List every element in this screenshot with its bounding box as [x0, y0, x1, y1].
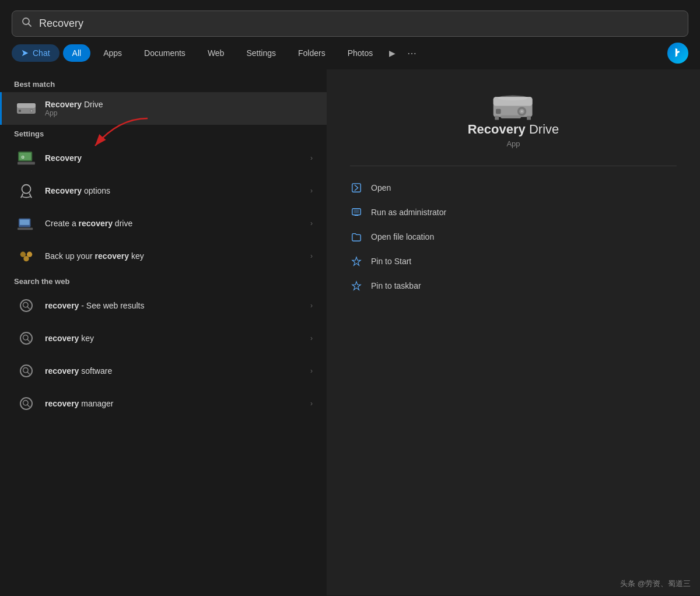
svg-line-1 — [29, 24, 32, 27]
tab-photos[interactable]: Photos — [338, 44, 383, 62]
tab-documents[interactable]: Documents — [135, 44, 195, 62]
web-recovery-key-title: recovery key — [45, 334, 302, 343]
action-file-location[interactable]: Open file location — [350, 225, 677, 249]
action-open-label: Open — [371, 183, 391, 192]
backup-recovery-text: Back up your recovery key — [45, 251, 302, 261]
web-recovery-item[interactable]: recovery - See web results › — [0, 289, 327, 322]
pin-taskbar-icon — [350, 279, 363, 292]
settings-recovery-title: Recovery — [45, 153, 302, 163]
search-input[interactable] — [39, 17, 678, 30]
settings-recovery-options-title: Recovery options — [45, 186, 302, 195]
chevron-icon: › — [310, 154, 313, 162]
svg-text:⚙: ⚙ — [21, 155, 24, 160]
action-pin-taskbar[interactable]: Pin to taskbar — [350, 274, 677, 298]
svg-point-17 — [20, 252, 26, 257]
divider — [350, 166, 677, 166]
svg-rect-10 — [18, 162, 35, 165]
best-match-item[interactable]: Recovery Drive App — [0, 92, 327, 125]
backup-recovery-icon — [16, 246, 37, 267]
svg-rect-35 — [501, 115, 521, 118]
recovery-options-icon — [16, 180, 37, 201]
svg-rect-5 — [19, 110, 21, 112]
svg-rect-4 — [17, 103, 36, 108]
best-match-label: Best match — [0, 75, 327, 92]
search-bar — [12, 10, 688, 37]
recovery-drive-icon — [16, 98, 37, 119]
admin-icon — [350, 206, 363, 219]
chevron-icon-5: › — [310, 301, 313, 310]
svg-marker-2 — [22, 50, 29, 57]
settings-create-recovery-item[interactable]: Create a recovery drive › — [0, 207, 327, 240]
action-admin-label: Run as administrator — [371, 208, 446, 217]
web-recovery-software-text: recovery software — [45, 366, 302, 376]
tab-settings[interactable]: Settings — [237, 44, 285, 62]
svg-rect-37 — [527, 116, 531, 120]
tab-chat[interactable]: Chat — [12, 44, 60, 62]
create-recovery-title: Create a recovery drive — [45, 219, 302, 228]
svg-point-30 — [498, 96, 527, 101]
detail-app-subtitle: App — [506, 139, 520, 148]
settings-recovery-item[interactable]: ⚙ Recovery › — [0, 142, 327, 174]
open-icon — [350, 181, 363, 194]
detail-app-title: Recovery Drive — [468, 122, 559, 137]
main-content: Best match Recovery Drive App Set — [0, 69, 700, 595]
create-recovery-text: Create a recovery drive — [45, 219, 302, 228]
web-recovery-manager-title: recovery manager — [45, 399, 302, 408]
best-match-title: Recovery Drive — [45, 100, 313, 109]
watermark: 头条 @劳资、蜀道三 — [620, 579, 691, 589]
play-button[interactable]: ▶ — [386, 46, 399, 60]
tab-all[interactable]: All — [63, 44, 91, 62]
web-recovery-key-item[interactable]: recovery key › — [0, 322, 327, 355]
web-recovery-software-item[interactable]: recovery software › — [0, 355, 327, 387]
svg-rect-15 — [20, 219, 30, 225]
web-recovery-software-title: recovery software — [45, 366, 302, 376]
create-recovery-icon — [16, 213, 37, 234]
svg-rect-40 — [354, 210, 359, 213]
svg-point-19 — [23, 256, 29, 261]
web-search-icon — [16, 295, 37, 316]
recovery-settings-icon: ⚙ — [16, 148, 37, 169]
chevron-icon-4: › — [310, 252, 313, 260]
action-pin-start[interactable]: Pin to Start — [350, 249, 677, 274]
svg-rect-31 — [496, 109, 501, 114]
backup-recovery-title: Back up your recovery key — [45, 251, 302, 261]
web-recovery-manager-item[interactable]: recovery manager › — [0, 387, 327, 420]
svg-point-18 — [27, 252, 32, 257]
search-icon — [22, 17, 32, 30]
right-panel: Recovery Drive App Open Run as admini — [327, 69, 700, 595]
action-pin-taskbar-label: Pin to taskbar — [371, 281, 421, 290]
tab-apps[interactable]: Apps — [94, 44, 131, 62]
settings-backup-recovery-item[interactable]: Back up your recovery key › — [0, 240, 327, 272]
tabs-bar: Chat All Apps Documents Web Settings Fol… — [0, 37, 700, 69]
tab-web[interactable]: Web — [198, 44, 234, 62]
web-search-icon-4 — [16, 393, 37, 414]
chevron-icon-6: › — [310, 334, 313, 342]
settings-recovery-options-text: Recovery options — [45, 186, 302, 195]
folder-icon — [350, 230, 363, 243]
app-icon-large — [490, 87, 537, 122]
bing-icon[interactable] — [667, 43, 688, 64]
web-search-icon-3 — [16, 360, 37, 381]
svg-line-27 — [27, 405, 30, 407]
svg-line-25 — [27, 372, 30, 374]
chevron-icon-3: › — [310, 219, 313, 227]
action-admin[interactable]: Run as administrator — [350, 200, 677, 225]
action-file-location-label: Open file location — [371, 232, 434, 241]
settings-recovery-text: Recovery — [45, 153, 302, 163]
svg-point-34 — [521, 110, 523, 112]
chevron-icon-7: › — [310, 367, 313, 375]
web-recovery-title: recovery - See web results — [45, 301, 302, 310]
left-panel: Best match Recovery Drive App Set — [0, 69, 327, 595]
svg-line-23 — [27, 339, 30, 342]
chevron-icon-8: › — [310, 399, 313, 408]
search-container — [0, 0, 700, 37]
chevron-icon-2: › — [310, 187, 313, 195]
settings-recovery-options-item[interactable]: Recovery options › — [0, 174, 327, 207]
tab-folders[interactable]: Folders — [289, 44, 335, 62]
svg-rect-36 — [495, 116, 499, 120]
web-section-label: Search the web — [0, 272, 327, 289]
action-open[interactable]: Open — [350, 176, 677, 200]
web-recovery-manager-text: recovery manager — [45, 399, 302, 408]
svg-rect-38 — [352, 184, 360, 192]
more-button[interactable]: ⋯ — [402, 45, 421, 61]
